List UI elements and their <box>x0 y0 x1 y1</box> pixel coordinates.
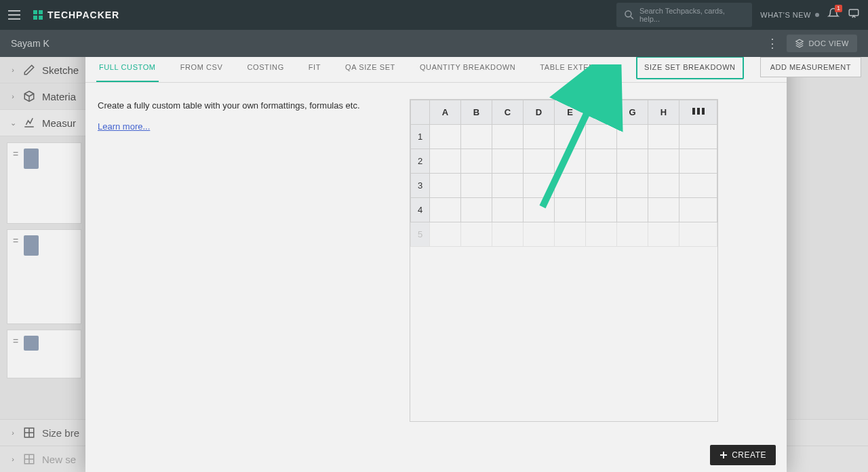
modal-overlay <box>0 0 868 472</box>
